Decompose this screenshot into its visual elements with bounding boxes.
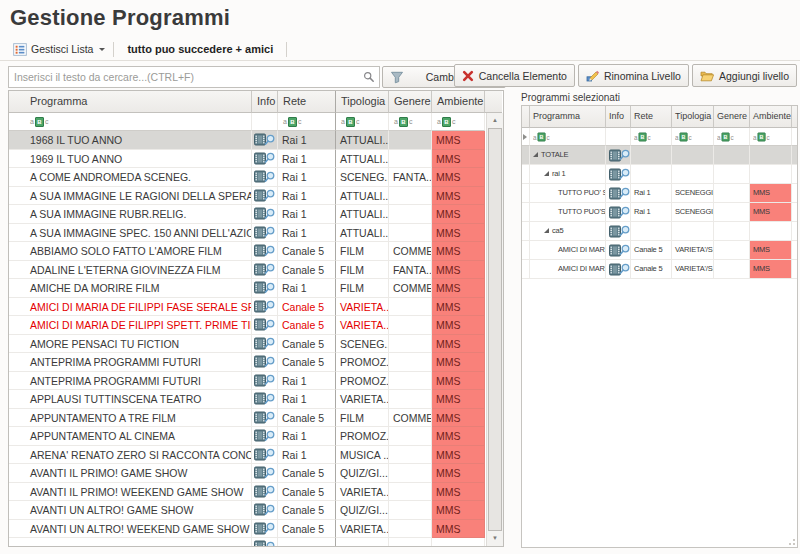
table-row[interactable]: AMICI DI MARIA DE FILIPPI FASE SERALE SP… [9, 298, 486, 317]
program-info-icons[interactable] [252, 316, 278, 335]
search-input[interactable] [9, 67, 359, 87]
scroll-down-button[interactable]: ▼ [487, 531, 503, 546]
table-row[interactable]: AMORE PENSACI TU FICTIONCanale 5SCENEG..… [9, 335, 486, 354]
program-info-icons[interactable] [252, 187, 278, 206]
column-header-programma[interactable]: Programma [9, 91, 252, 113]
scroll-thumb[interactable] [488, 128, 502, 531]
table-row[interactable] [9, 538, 486, 546]
program-info-icons[interactable] [252, 409, 278, 428]
tree-column-header-rete[interactable]: Rete [631, 106, 672, 128]
table-row[interactable]: APPLAUSI TUTTINSCENA TEATRORai 1VARIETA.… [9, 390, 486, 409]
grid-filter-row: aBcaBcaBcaBcaBc [9, 113, 486, 131]
search-button[interactable] [359, 67, 379, 87]
add-level-button[interactable]: Aggiungi livello [692, 64, 797, 87]
program-info-icons[interactable] [252, 335, 278, 354]
column-header-tipologia[interactable]: Tipologia [335, 91, 389, 113]
program-info-icons[interactable] [606, 241, 631, 260]
table-row[interactable]: A SUA IMMAGINE RUBR.RELIG.Rai 1ATTUALI..… [9, 205, 486, 224]
program-info-icons[interactable] [252, 353, 278, 372]
program-info-icons[interactable] [252, 538, 278, 546]
program-info-icons[interactable] [252, 224, 278, 243]
tree-column-header-genere[interactable]: Genere [714, 106, 750, 128]
program-info-icons[interactable] [606, 165, 631, 184]
tree-column-header-info[interactable]: Info [606, 106, 631, 128]
filter-cell-programma[interactable]: aBc [9, 113, 252, 131]
program-info-icons[interactable] [252, 520, 278, 539]
rename-level-button[interactable]: Rinomina Livello [578, 64, 689, 87]
table-row[interactable]: A COME ANDROMEDA SCENEG.Rai 1SCENEG...FA… [9, 168, 486, 187]
program-info-icons[interactable] [252, 483, 278, 502]
tree-row[interactable]: AMICI DI MARIA DE F...Canale 5VARIETA'/S… [522, 241, 797, 260]
grid-scrollbar[interactable]: ▲ ▼ [486, 113, 503, 546]
program-info-icons[interactable] [606, 222, 631, 241]
tree-column-header-programma[interactable]: Programma [530, 106, 606, 128]
scroll-up-button[interactable]: ▲ [487, 113, 503, 128]
program-info-icons[interactable] [252, 372, 278, 391]
program-info-icons[interactable] [252, 446, 278, 465]
delete-element-button[interactable]: Cancella Elemento [454, 64, 575, 87]
tree-column-header-tipologia[interactable]: Tipologia [672, 106, 714, 128]
table-row[interactable]: AVANTI UN ALTRO! WEEKEND GAME SHOWCanale… [9, 520, 486, 539]
filter-cell-ambiente[interactable]: aBc [432, 113, 485, 131]
table-row[interactable]: AMICI DI MARIA DE FILIPPI SPETT. PRIME T… [9, 316, 486, 335]
program-info-icons[interactable] [252, 242, 278, 261]
tree-filter-cell-ambiente[interactable]: aBc [750, 128, 792, 146]
table-row[interactable]: ARENA' RENATO ZERO SI RACCONTA CONCERTOR… [9, 446, 486, 465]
tree-column-header-ambiente[interactable]: Ambiente [750, 106, 792, 128]
table-row[interactable]: 1969 IL TUO ANNORai 1ATTUALI...MMS [9, 150, 486, 169]
table-row[interactable]: AVANTI IL PRIMO! GAME SHOWCanale 5QUIZ/G… [9, 464, 486, 483]
program-info-icons[interactable] [252, 131, 278, 150]
tree-filter-cell-tipologia[interactable]: aBc [672, 128, 714, 146]
program-info-icons[interactable] [606, 184, 631, 203]
table-row[interactable]: AVANTI IL PRIMO! WEEKEND GAME SHOWCanale… [9, 483, 486, 502]
expander-icon[interactable] [533, 152, 538, 157]
tree-row[interactable]: TUTTO PUO' SUCCED...Rai 1SCENEGGIA...MMS [522, 184, 797, 203]
program-info-icons[interactable] [606, 260, 631, 279]
active-list-tab[interactable]: tutto puo succedere + amici [122, 43, 278, 55]
program-info-icons[interactable] [252, 150, 278, 169]
program-info-icons[interactable] [252, 298, 278, 317]
column-header-info[interactable]: Info [252, 91, 278, 113]
table-row[interactable]: A SUA IMMAGINE SPEC. 150 ANNI DELL'AZION… [9, 224, 486, 243]
program-info-icons[interactable] [252, 464, 278, 483]
filter-cell-genere[interactable]: aBc [389, 113, 432, 131]
table-row[interactable]: ABBIAMO SOLO FATTO L'AMORE FILMCanale 5F… [9, 242, 486, 261]
column-header-genere[interactable]: Genere [389, 91, 432, 113]
program-info-icons[interactable] [606, 203, 631, 222]
tree-row[interactable]: ca5 [522, 222, 797, 241]
program-info-icons[interactable] [252, 390, 278, 409]
table-row[interactable]: AMICHE DA MORIRE FILMRai 1FILMCOMME...MM… [9, 279, 486, 298]
tree-row[interactable]: AMICI DI MARIA DE F...Canale 5VARIETA'/S… [522, 260, 797, 279]
filter-cell-rete[interactable]: aBc [278, 113, 336, 131]
table-row[interactable]: 1968 IL TUO ANNORai 1ATTUALI...MMS [9, 131, 486, 150]
table-row[interactable]: ANTEPRIMA PROGRAMMI FUTURIRai 1PROMOZ...… [9, 372, 486, 391]
program-info-icons[interactable] [252, 168, 278, 187]
tree-filter-cell-rete[interactable]: aBc [631, 128, 672, 146]
program-info-icons[interactable] [252, 501, 278, 520]
tree-row[interactable]: TUTTO PUO'SUCCEDE...Rai 1SCENEGGIA...MMS [522, 203, 797, 222]
table-row[interactable]: ADALINE L'ETERNA GIOVINEZZA FILMCanale 5… [9, 261, 486, 280]
resize-grip-icon[interactable] [787, 537, 795, 545]
table-row[interactable]: APPUNTAMENTO A TRE FILMCanale 5FILMCOMME… [9, 409, 486, 428]
program-info-icons[interactable] [252, 427, 278, 446]
tree-filter-cell-programma[interactable]: aBc [530, 128, 606, 146]
tree-row[interactable]: rai 1 [522, 165, 797, 184]
expander-icon[interactable] [544, 171, 549, 176]
filter-cell-info[interactable] [252, 113, 278, 131]
manage-list-button[interactable]: Gestisci Lista [13, 43, 105, 56]
tree-filter-cell-genere[interactable]: aBc [714, 128, 750, 146]
column-header-ambiente[interactable]: Ambiente [432, 91, 485, 113]
column-header-rete[interactable]: Rete [278, 91, 336, 113]
filter-cell-tipologia[interactable]: aBc [335, 113, 389, 131]
table-row[interactable]: A SUA IMMAGINE LE RAGIONI DELLA SPERANZA… [9, 187, 486, 206]
program-info-icons[interactable] [252, 279, 278, 298]
table-row[interactable]: APPUNTAMENTO AL CINEMARai 1PROMOZ...MMS [9, 427, 486, 446]
table-row[interactable]: AVANTI UN ALTRO! GAME SHOWCanale 5QUIZ/G… [9, 501, 486, 520]
table-row[interactable]: ANTEPRIMA PROGRAMMI FUTURICanale 5PROMOZ… [9, 353, 486, 372]
tree-row[interactable]: TOTALE [522, 146, 797, 165]
expander-icon[interactable] [544, 228, 549, 233]
program-info-icons[interactable] [252, 205, 278, 224]
tree-filter-cell-info[interactable] [606, 128, 631, 146]
program-info-icons[interactable] [606, 146, 631, 165]
program-info-icons[interactable] [252, 261, 278, 280]
